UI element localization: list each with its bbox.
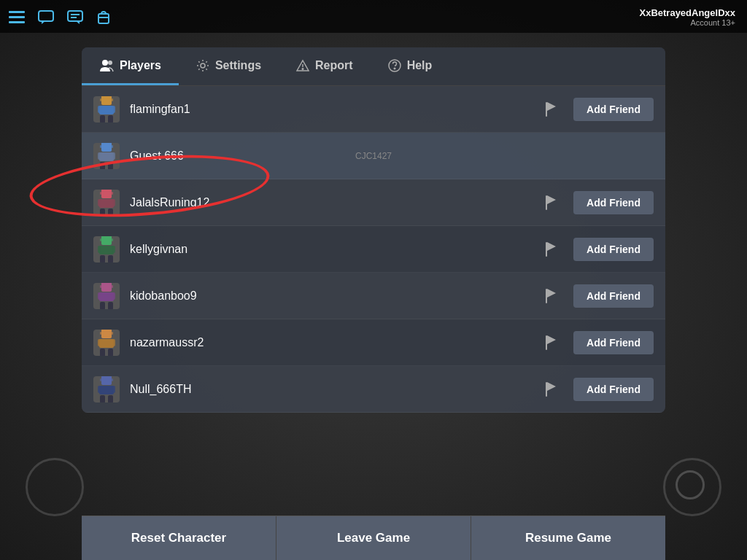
svg-rect-3 (39, 11, 53, 21)
svg-rect-0 (9, 11, 25, 13)
svg-rect-28 (112, 145, 113, 148)
tab-help-label: Help (407, 59, 433, 72)
player-row[interactable]: kidobanboo9 Add Friend (82, 273, 665, 319)
player-row[interactable]: kellygivnan Add Friend (82, 226, 665, 273)
player-name: flamingfan1 (130, 103, 538, 116)
player-row[interactable]: nazarmaussr2 Add Friend (82, 319, 665, 366)
svg-rect-59 (108, 302, 113, 309)
leave-game-button[interactable]: Leave Game (276, 516, 471, 560)
tab-settings[interactable]: Settings (179, 47, 279, 85)
svg-rect-7 (98, 14, 109, 23)
tab-report[interactable]: Report (279, 47, 371, 85)
svg-rect-54 (112, 285, 113, 288)
add-friend-button[interactable]: Add Friend (573, 238, 654, 261)
player-subtitle: CJC1427 (355, 151, 392, 161)
report-player-button[interactable] (538, 190, 565, 216)
add-friend-button[interactable]: Add Friend (573, 284, 654, 308)
chat2-icon[interactable] (67, 8, 83, 25)
svg-rect-38 (98, 199, 101, 206)
player-actions: Add Friend (538, 236, 654, 262)
player-name: kellygivnan (130, 243, 538, 256)
svg-rect-50 (108, 255, 113, 262)
player-name: kidobanboo9 (130, 289, 538, 303)
svg-rect-43 (101, 236, 112, 245)
add-friend-button[interactable]: Add Friend (573, 378, 654, 401)
svg-rect-57 (112, 292, 115, 300)
svg-rect-17 (101, 96, 112, 105)
tab-settings-label: Settings (215, 59, 261, 72)
svg-rect-76 (100, 395, 105, 402)
player-avatar (93, 376, 120, 402)
svg-rect-74 (98, 386, 101, 393)
backpack-icon[interactable] (96, 8, 111, 25)
add-friend-button[interactable]: Add Friend (573, 331, 654, 354)
tab-players-label: Players (120, 59, 161, 72)
svg-rect-48 (112, 246, 115, 253)
svg-rect-30 (98, 152, 101, 160)
svg-point-11 (201, 63, 205, 68)
svg-rect-63 (112, 332, 113, 335)
topbar-user: XxBetrayedAngelDxx Account 13+ (640, 7, 736, 26)
svg-rect-68 (108, 349, 113, 356)
player-actions: Add Friend (538, 190, 654, 216)
menu-icon[interactable] (9, 8, 25, 25)
tab-players[interactable]: Players (82, 47, 179, 85)
account-label: Account 13+ (640, 18, 736, 26)
svg-rect-78 (546, 382, 547, 397)
svg-rect-45 (112, 238, 113, 241)
svg-rect-52 (101, 283, 112, 292)
svg-rect-33 (108, 162, 113, 169)
player-row[interactable]: flamingfan1 Add Friend (82, 86, 665, 133)
svg-rect-77 (108, 395, 113, 402)
svg-rect-69 (546, 335, 547, 350)
report-player-button[interactable] (538, 376, 565, 402)
svg-rect-1 (9, 16, 25, 18)
settings-icon (196, 58, 209, 73)
svg-rect-4 (68, 11, 82, 21)
player-row[interactable]: Guest 666CJC1427 (82, 133, 665, 179)
report-player-button[interactable] (538, 283, 565, 309)
svg-rect-18 (100, 98, 101, 101)
player-row[interactable]: Null_666TH Add Friend (82, 366, 665, 413)
svg-rect-26 (101, 143, 112, 152)
svg-rect-27 (100, 145, 101, 148)
svg-point-14 (302, 69, 303, 70)
player-name: Null_666TH (130, 383, 538, 396)
username-label: XxBetrayedAngelDxx (640, 7, 736, 18)
main-panel: Players Settings Report (82, 47, 665, 413)
player-row[interactable]: JalalsRuning12 Add Friend (82, 179, 665, 226)
report-player-button[interactable] (538, 330, 565, 356)
svg-rect-41 (108, 209, 113, 216)
chat-icon[interactable] (38, 8, 54, 25)
player-avatar (93, 236, 120, 262)
svg-rect-75 (112, 386, 115, 393)
report-player-button[interactable] (538, 96, 565, 122)
reset-character-button[interactable]: Reset Character (82, 516, 276, 560)
players-icon (99, 58, 114, 73)
svg-point-10 (108, 61, 112, 65)
svg-rect-25 (546, 102, 547, 117)
svg-rect-32 (100, 162, 105, 169)
add-friend-button[interactable]: Add Friend (573, 98, 654, 121)
player-avatar (93, 330, 120, 356)
resume-game-button[interactable]: Resume Game (471, 516, 665, 560)
svg-rect-67 (100, 349, 105, 356)
help-icon (388, 58, 401, 73)
svg-rect-40 (100, 209, 105, 216)
svg-rect-51 (546, 242, 547, 257)
svg-rect-70 (101, 376, 112, 385)
player-avatar (93, 143, 120, 169)
svg-rect-44 (100, 238, 101, 241)
svg-rect-19 (112, 98, 113, 101)
tab-help[interactable]: Help (371, 47, 450, 85)
svg-rect-31 (112, 152, 115, 160)
player-avatar (93, 283, 120, 309)
add-friend-button[interactable]: Add Friend (573, 191, 654, 214)
svg-rect-72 (112, 378, 113, 381)
svg-rect-42 (546, 195, 547, 210)
player-actions: Add Friend (538, 283, 654, 309)
bottom-buttons: Reset Character Leave Game Resume Game (82, 516, 665, 560)
svg-rect-49 (100, 255, 105, 262)
svg-point-16 (394, 69, 395, 70)
report-player-button[interactable] (538, 236, 565, 262)
